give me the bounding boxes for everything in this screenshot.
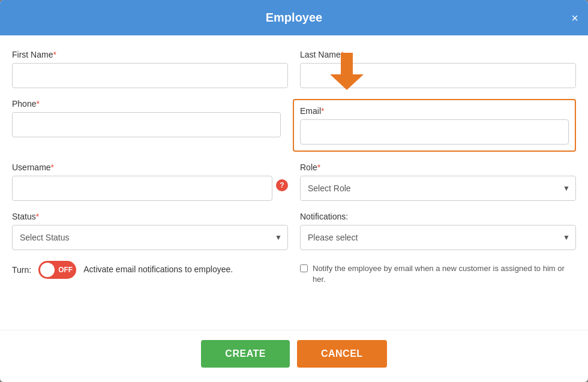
name-row: First Name* Last Name*: [12, 50, 576, 88]
close-button[interactable]: ×: [571, 12, 578, 24]
status-notifications-row: Status* Select Status ▼ Notifications: P…: [12, 212, 576, 250]
notifications-select[interactable]: Please select: [300, 225, 576, 250]
phone-group: Phone*: [12, 99, 281, 152]
phone-email-row: Phone* Email*: [12, 99, 576, 152]
toggle-switch[interactable]: OFF: [38, 261, 76, 279]
role-group: Role* Select Role ▼: [300, 163, 576, 201]
username-group: Username*: [12, 163, 272, 201]
first-name-label: First Name*: [12, 50, 288, 59]
username-input[interactable]: [12, 176, 272, 201]
role-select-wrapper: Select Role ▼: [300, 176, 576, 201]
toggle-section: Turn: OFF Activate email notifications t…: [12, 261, 288, 279]
email-group: Email*: [293, 99, 576, 152]
last-name-input[interactable]: [300, 63, 576, 88]
checkbox-label: Notify the employee by email when a new …: [313, 263, 576, 285]
first-name-input[interactable]: [12, 63, 288, 88]
status-label: Status*: [12, 212, 288, 221]
status-group: Status* Select Status ▼: [12, 212, 288, 250]
role-label: Role*: [300, 163, 576, 172]
notifications-select-wrapper: Please select ▼: [300, 225, 576, 250]
username-label: Username*: [12, 163, 272, 172]
create-button[interactable]: CREATE: [201, 340, 290, 368]
checkbox-section: Notify the employee by email when a new …: [300, 261, 576, 285]
toggle-circle: [40, 263, 55, 277]
notifications-label: Notifications:: [300, 212, 576, 221]
help-icon[interactable]: ?: [276, 179, 288, 191]
modal-title: Employee: [266, 11, 322, 24]
first-name-group: First Name*: [12, 50, 288, 88]
cancel-button[interactable]: CANCEL: [297, 340, 387, 368]
notify-checkbox[interactable]: [300, 264, 308, 272]
email-label: Email*: [300, 106, 569, 116]
modal-header: Employee ×: [0, 0, 588, 35]
phone-label: Phone*: [12, 99, 281, 109]
username-role-row: Username* ? Role* Select Role ▼: [12, 163, 576, 201]
notifications-group: Notifications: Please select ▼: [300, 212, 576, 250]
status-select[interactable]: Select Status: [12, 225, 288, 250]
last-name-group: Last Name*: [300, 50, 576, 88]
toggle-row: Turn: OFF Activate email notifications t…: [12, 261, 576, 285]
status-select-wrapper: Select Status ▼: [12, 225, 288, 250]
turn-label: Turn:: [12, 265, 31, 275]
last-name-label: Last Name*: [300, 50, 576, 59]
employee-modal: Employee × First Name* Last Name*: [0, 0, 588, 382]
modal-overlay: Employee × First Name* Last Name*: [0, 0, 588, 382]
phone-input[interactable]: [12, 112, 281, 137]
toggle-description: Activate email notifications to employee…: [83, 264, 233, 276]
modal-body: First Name* Last Name* Phone*: [0, 35, 588, 330]
role-select[interactable]: Select Role: [300, 176, 576, 201]
toggle-state: OFF: [58, 266, 73, 274]
email-input[interactable]: [300, 119, 569, 145]
modal-footer: CREATE CANCEL: [0, 330, 588, 382]
